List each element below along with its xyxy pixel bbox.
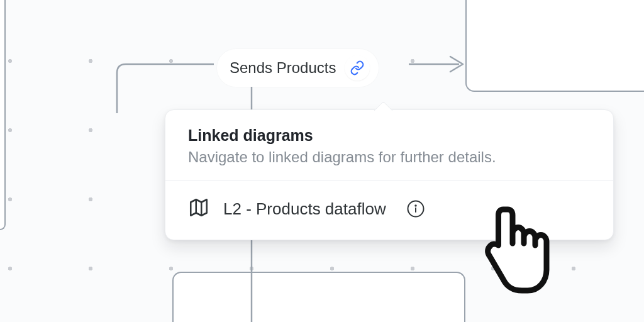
map-icon xyxy=(188,197,209,221)
diagram-node-left-partial xyxy=(0,0,6,230)
svg-marker-0 xyxy=(191,199,207,216)
diagram-node-right-partial xyxy=(465,0,644,92)
linked-diagrams-popover: Linked diagrams Navigate to linked diagr… xyxy=(165,109,614,240)
link-icon[interactable] xyxy=(345,55,370,80)
info-icon[interactable] xyxy=(406,199,425,218)
edge-label-text: Sends Products xyxy=(230,59,336,77)
edge-label[interactable]: Sends Products xyxy=(217,49,379,87)
linked-diagram-item[interactable]: L2 - Products dataflow xyxy=(165,180,613,240)
linked-diagram-label: L2 - Products dataflow xyxy=(223,199,386,219)
popover-title: Linked diagrams xyxy=(188,126,591,145)
svg-point-5 xyxy=(415,205,416,206)
diagram-node-bottom-partial xyxy=(172,272,465,322)
popover-subtitle: Navigate to linked diagrams for further … xyxy=(188,148,591,166)
